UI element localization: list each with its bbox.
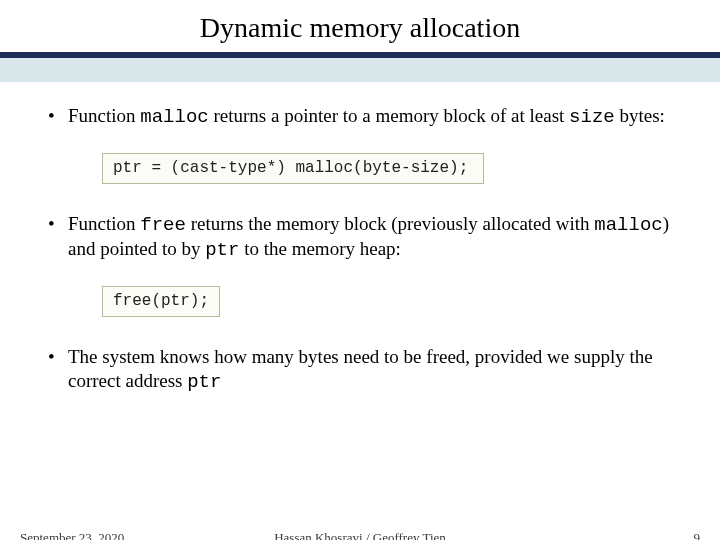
code-block-free: free(ptr); xyxy=(102,286,220,316)
bullet-list: Function malloc returns a pointer to a m… xyxy=(44,104,676,395)
code-inline-ptr: ptr xyxy=(205,239,239,261)
slide: Dynamic memory allocation Function mallo… xyxy=(0,0,720,540)
footer-page-number: 9 xyxy=(694,530,701,540)
text: Function xyxy=(68,213,140,234)
text: Function xyxy=(68,105,140,126)
bullet-1: Function malloc returns a pointer to a m… xyxy=(44,104,676,188)
text: returns the memory block (previously all… xyxy=(186,213,594,234)
text: to the memory heap: xyxy=(239,238,400,259)
bullet-3: The system knows how many bytes need to … xyxy=(44,345,676,395)
code-inline-malloc: malloc xyxy=(140,106,208,128)
text: bytes: xyxy=(615,105,665,126)
code-inline-malloc2: malloc xyxy=(594,214,662,236)
code-inline-size: size xyxy=(569,106,615,128)
code-block-malloc: ptr = (cast-type*) malloc(byte-size); xyxy=(102,153,484,183)
text: The system knows how many bytes need to … xyxy=(68,346,653,391)
text: returns a pointer to a memory block of a… xyxy=(209,105,569,126)
subtitle-bar xyxy=(0,58,720,82)
slide-title: Dynamic memory allocation xyxy=(0,0,720,52)
code-inline-free: free xyxy=(140,214,186,236)
code-inline-ptr2: ptr xyxy=(187,371,221,393)
footer-authors: Hassan Khosravi / Geoffrey Tien xyxy=(0,530,720,540)
bullet-2: Function free returns the memory block (… xyxy=(44,212,676,321)
content-area: Function malloc returns a pointer to a m… xyxy=(0,82,720,395)
